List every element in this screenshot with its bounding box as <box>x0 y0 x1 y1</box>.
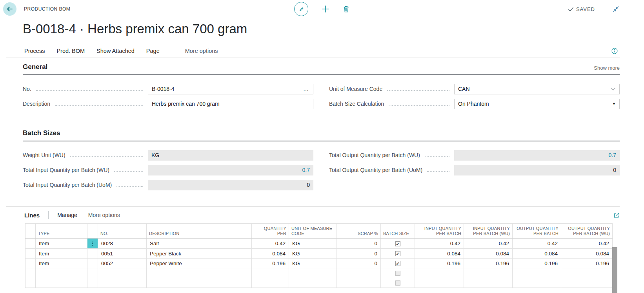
output-qty-wu-cell[interactable] <box>561 278 613 288</box>
uom-field[interactable]: CAN <box>454 84 620 94</box>
menu-item-page[interactable]: Page <box>146 48 160 54</box>
quantity-per-cell[interactable] <box>252 268 289 278</box>
description-cell[interactable] <box>147 278 252 288</box>
batch-calc-select[interactable]: On Phantom ▼ <box>454 99 620 109</box>
quantity-per-cell[interactable]: 0.196 <box>252 259 289 268</box>
input-qty-wu-cell[interactable] <box>464 278 513 288</box>
total-input-uom-label-wrap: Total Input Quantity per Batch (UoM) <box>23 182 148 188</box>
output-qty-wu-cell[interactable]: 0.42 <box>561 239 613 249</box>
uom-cell[interactable]: KG <box>289 239 337 249</box>
type-cell[interactable] <box>36 268 87 278</box>
no-cell[interactable] <box>98 278 147 288</box>
total-input-wu-value[interactable]: 0.7 <box>302 167 310 173</box>
description-cell[interactable]: Pepper White <box>147 259 252 268</box>
edit-button[interactable] <box>294 2 308 16</box>
col-header-output-qty-wu[interactable]: OUTPUT QUANTITY PER BATCH (WU) <box>561 224 613 239</box>
type-cell[interactable]: Item <box>36 239 87 249</box>
row-options-icon[interactable]: ⋮ <box>87 239 98 248</box>
row-selector-cell[interactable] <box>25 268 36 278</box>
menu-item-process[interactable]: Process <box>24 48 45 54</box>
col-header-scrap[interactable]: SCRAP % <box>337 224 381 239</box>
type-cell[interactable]: Item <box>36 259 87 268</box>
description-cell[interactable]: Salt <box>147 239 252 249</box>
no-cell[interactable] <box>98 268 147 278</box>
type-cell[interactable] <box>36 278 87 288</box>
description-cell[interactable]: Pepper Black <box>147 249 252 259</box>
menu-more-options[interactable]: More options <box>185 48 218 54</box>
scrap-cell[interactable] <box>337 278 381 288</box>
scrap-cell[interactable]: 0 <box>337 259 381 268</box>
batch-size-checkbox[interactable]: ✔ <box>395 241 400 246</box>
row-selector-cell[interactable] <box>25 249 36 259</box>
input-qty-wu-cell[interactable]: 0.196 <box>464 259 513 268</box>
uom-cell[interactable] <box>289 268 337 278</box>
col-header-type[interactable]: TYPE <box>36 224 87 239</box>
row-selector-cell[interactable] <box>25 278 36 288</box>
input-qty-cell[interactable]: 0.42 <box>415 239 464 249</box>
description-field[interactable]: Herbs premix can 700 gram <box>148 99 313 109</box>
uom-cell[interactable]: KG <box>289 249 337 259</box>
col-header-uom-code[interactable]: UNIT OF MEASURE CODE <box>289 224 337 239</box>
no-field[interactable]: B-0018-4 … <box>148 84 313 94</box>
assist-edit-icon[interactable]: … <box>303 87 309 91</box>
input-qty-cell[interactable]: 0.084 <box>415 249 464 259</box>
output-qty-cell[interactable]: 0.42 <box>513 239 561 249</box>
output-qty-wu-cell[interactable]: 0.084 <box>561 249 613 259</box>
col-header-batch-size[interactable]: BATCH SIZE <box>381 224 415 239</box>
col-header-output-qty[interactable]: OUTPUT QUANTITY PER BATCH <box>513 224 561 239</box>
output-qty-cell[interactable] <box>513 268 561 278</box>
batch-size-checkbox[interactable]: ✔ <box>395 251 400 256</box>
new-button[interactable] <box>322 5 329 13</box>
quantity-per-cell[interactable]: 0.42 <box>252 239 289 249</box>
description-cell[interactable] <box>147 268 252 278</box>
type-cell[interactable]: Item <box>36 249 87 259</box>
lines-more-options[interactable]: More options <box>88 212 120 218</box>
row-selector-cell[interactable] <box>25 259 36 268</box>
col-header-description[interactable]: DESCRIPTION <box>147 224 252 239</box>
input-qty-cell[interactable] <box>415 278 464 288</box>
row-selector-cell[interactable] <box>25 239 36 249</box>
chevron-down-icon[interactable] <box>611 87 616 91</box>
output-qty-cell[interactable]: 0.084 <box>513 249 561 259</box>
total-output-wu-value[interactable]: 0.7 <box>609 152 616 158</box>
row-selector-header[interactable] <box>25 224 36 239</box>
quantity-per-cell[interactable] <box>252 278 289 288</box>
scrap-cell[interactable]: 0 <box>337 239 381 249</box>
output-qty-cell[interactable]: 0.196 <box>513 259 561 268</box>
uom-cell[interactable] <box>289 278 337 288</box>
input-qty-wu-cell[interactable]: 0.42 <box>464 239 513 249</box>
input-qty-wu-cell[interactable] <box>464 268 513 278</box>
lines-manage-menu[interactable]: Manage <box>57 212 77 218</box>
output-qty-wu-cell[interactable] <box>561 268 613 278</box>
uom-cell[interactable]: KG <box>289 259 337 268</box>
col-header-input-qty-wu[interactable]: INPUT QUANTITY PER BATCH (WU) <box>464 224 513 239</box>
action-menu-bar: Process Prod. BOM Show Attached Page Mor… <box>6 44 620 58</box>
no-field-value: B-0018-4 <box>152 86 175 92</box>
col-header-quantity-per[interactable]: QUANTITY PER <box>252 224 289 239</box>
menu-item-show-attached[interactable]: Show Attached <box>96 48 135 54</box>
input-qty-wu-cell[interactable]: 0.084 <box>464 249 513 259</box>
no-cell[interactable]: 0051 <box>98 249 147 259</box>
col-header-no[interactable]: NO. <box>98 224 147 239</box>
show-more-link[interactable]: Show more <box>594 65 620 71</box>
batch-size-checkbox[interactable] <box>395 271 400 276</box>
no-cell[interactable]: 0028 <box>98 239 147 249</box>
info-button[interactable] <box>611 47 618 54</box>
output-qty-wu-cell[interactable]: 0.196 <box>561 259 613 268</box>
input-qty-cell[interactable]: 0.196 <box>415 259 464 268</box>
collapse-page-button[interactable] <box>612 5 620 13</box>
delete-button[interactable] <box>343 5 350 13</box>
output-qty-cell[interactable] <box>513 278 561 288</box>
batch-size-checkbox[interactable]: ✔ <box>395 261 400 266</box>
scrap-cell[interactable] <box>337 268 381 278</box>
scrap-cell[interactable]: 0 <box>337 249 381 259</box>
col-header-input-qty[interactable]: INPUT QUANTITY PER BATCH <box>415 224 464 239</box>
input-qty-cell[interactable] <box>415 268 464 278</box>
quantity-per-cell[interactable]: 0.084 <box>252 249 289 259</box>
expand-lines-button[interactable] <box>613 212 620 219</box>
no-cell[interactable]: 0052 <box>98 259 147 268</box>
total-input-uom-field-row: Total Input Quantity per Batch (UoM) 0 <box>23 177 313 192</box>
batch-size-checkbox[interactable] <box>395 280 400 286</box>
table-scrollbar[interactable] <box>612 247 617 293</box>
menu-item-prod-bom[interactable]: Prod. BOM <box>56 48 85 54</box>
